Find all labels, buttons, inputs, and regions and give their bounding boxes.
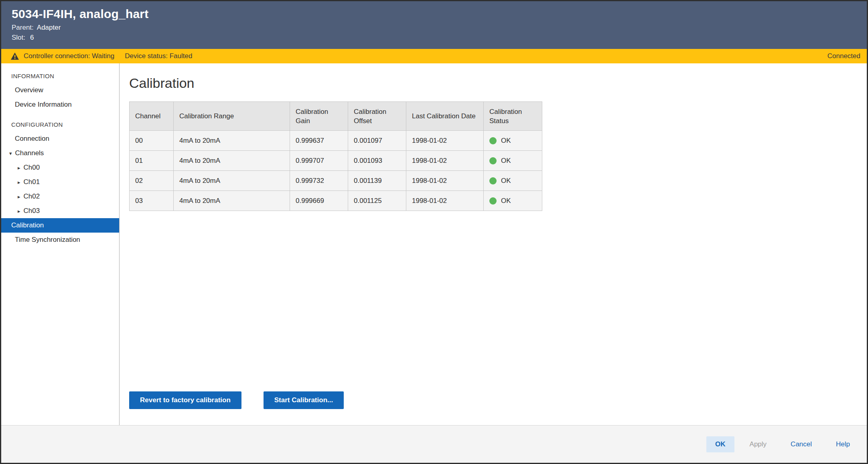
start-calibration-button[interactable]: Start Calibration... bbox=[264, 391, 344, 409]
dialog-footer: OK Apply Cancel Help bbox=[1, 425, 867, 463]
calibration-table: Channel Calibration Range Calibration Ga… bbox=[129, 101, 542, 211]
parent-label: Parent: bbox=[12, 24, 34, 32]
status-ok-icon bbox=[489, 137, 497, 144]
sidebar-item-label: Overview bbox=[15, 86, 43, 94]
cell-date: 1998-01-02 bbox=[406, 171, 484, 191]
table-row: 00 4mA to 20mA 0.999637 0.001097 1998-01… bbox=[130, 131, 542, 151]
column-header-channel: Channel bbox=[130, 102, 174, 131]
controller-connection-status: Controller connection: Waiting bbox=[24, 52, 114, 60]
chevron-right-icon[interactable]: ▸ bbox=[18, 165, 20, 170]
table-header-row: Channel Calibration Range Calibration Ga… bbox=[130, 102, 542, 131]
sidebar-item-label: Ch00 bbox=[24, 164, 40, 172]
sidebar-item-channels[interactable]: ▾ Channels bbox=[1, 146, 119, 160]
parent-line: Parent: Adapter bbox=[12, 24, 867, 32]
chevron-right-icon[interactable]: ▸ bbox=[18, 180, 20, 185]
window-body: INFORMATION Overview Device Information … bbox=[1, 63, 867, 425]
cell-range: 4mA to 20mA bbox=[174, 171, 290, 191]
status-banner: Controller connection: Waiting Device st… bbox=[1, 49, 867, 63]
main-content: Calibration Channel Calibration Range Ca… bbox=[120, 63, 867, 425]
page-title: Calibration bbox=[129, 75, 867, 91]
chevron-down-icon[interactable]: ▾ bbox=[9, 151, 12, 156]
cell-channel: 02 bbox=[130, 171, 174, 191]
cell-status: OK bbox=[484, 131, 542, 151]
module-properties-window: 5034-IF4IH, analog_hart Parent: Adapter … bbox=[0, 0, 868, 464]
sidebar-item-label: Calibration bbox=[11, 221, 44, 229]
cell-date: 1998-01-02 bbox=[406, 191, 484, 211]
cell-offset: 0.001125 bbox=[348, 191, 406, 211]
column-header-offset: Calibration Offset bbox=[348, 102, 406, 131]
connection-state: Connected bbox=[827, 52, 860, 60]
sidebar-item-device-information[interactable]: Device Information bbox=[1, 97, 119, 112]
cell-offset: 0.001097 bbox=[348, 131, 406, 151]
status-ok-icon bbox=[489, 197, 497, 205]
status-label: OK bbox=[501, 157, 511, 165]
apply-button[interactable]: Apply bbox=[741, 436, 776, 452]
status-ok-icon bbox=[489, 157, 497, 164]
cell-range: 4mA to 20mA bbox=[174, 191, 290, 211]
sidebar-section-configuration: CONFIGURATION bbox=[1, 118, 119, 132]
titlebar: 5034-IF4IH, analog_hart Parent: Adapter … bbox=[1, 1, 867, 49]
sidebar-nav: INFORMATION Overview Device Information … bbox=[1, 63, 120, 425]
cell-range: 4mA to 20mA bbox=[174, 151, 290, 171]
cell-date: 1998-01-02 bbox=[406, 151, 484, 171]
sidebar-item-connection[interactable]: Connection bbox=[1, 132, 119, 146]
sidebar-item-ch00[interactable]: ▸ Ch00 bbox=[1, 160, 119, 175]
column-header-gain: Calibration Gain bbox=[290, 102, 348, 131]
cell-gain: 0.999707 bbox=[290, 151, 348, 171]
window-title: 5034-IF4IH, analog_hart bbox=[12, 6, 867, 22]
cancel-button[interactable]: Cancel bbox=[782, 436, 821, 452]
table-row: 01 4mA to 20mA 0.999707 0.001093 1998-01… bbox=[130, 151, 542, 171]
status-label: OK bbox=[501, 137, 511, 145]
sidebar-item-ch02[interactable]: ▸ Ch02 bbox=[1, 189, 119, 204]
parent-value: Adapter bbox=[37, 24, 61, 32]
sidebar-item-time-synchronization[interactable]: Time Synchronization bbox=[1, 233, 119, 247]
table-row: 03 4mA to 20mA 0.999669 0.001125 1998-01… bbox=[130, 191, 542, 211]
cell-channel: 00 bbox=[130, 131, 174, 151]
status-label: OK bbox=[501, 197, 511, 205]
slot-value: 6 bbox=[30, 34, 34, 42]
sidebar-item-ch03[interactable]: ▸ Ch03 bbox=[1, 204, 119, 218]
table-row: 02 4mA to 20mA 0.999732 0.001139 1998-01… bbox=[130, 171, 542, 191]
column-header-range: Calibration Range bbox=[174, 102, 290, 131]
cell-status: OK bbox=[484, 191, 542, 211]
slot-label: Slot: bbox=[12, 34, 25, 42]
sidebar-item-label: Ch01 bbox=[24, 178, 40, 186]
cell-date: 1998-01-02 bbox=[406, 131, 484, 151]
column-header-status: Calibration Status bbox=[484, 102, 542, 131]
cell-offset: 0.001139 bbox=[348, 171, 406, 191]
cell-range: 4mA to 20mA bbox=[174, 131, 290, 151]
cell-gain: 0.999637 bbox=[290, 131, 348, 151]
chevron-right-icon[interactable]: ▸ bbox=[18, 209, 20, 214]
cell-status: OK bbox=[484, 151, 542, 171]
sidebar-item-label: Ch02 bbox=[24, 192, 40, 201]
cell-gain: 0.999732 bbox=[290, 171, 348, 191]
cell-gain: 0.999669 bbox=[290, 191, 348, 211]
sidebar-item-ch01[interactable]: ▸ Ch01 bbox=[1, 175, 119, 189]
device-status: Device status: Faulted bbox=[125, 52, 192, 60]
sidebar-section-information: INFORMATION bbox=[1, 69, 119, 83]
cell-status: OK bbox=[484, 171, 542, 191]
chevron-right-icon[interactable]: ▸ bbox=[18, 194, 20, 199]
status-label: OK bbox=[501, 177, 511, 185]
cell-channel: 01 bbox=[130, 151, 174, 171]
warning-triangle-icon bbox=[11, 53, 19, 60]
sidebar-item-label: Time Synchronization bbox=[15, 236, 80, 244]
status-ok-icon bbox=[489, 177, 497, 184]
cell-channel: 03 bbox=[130, 191, 174, 211]
sidebar-item-overview[interactable]: Overview bbox=[1, 83, 119, 97]
action-buttons: Revert to factory calibration Start Cali… bbox=[129, 391, 344, 409]
sidebar-item-label: Device Information bbox=[15, 101, 72, 109]
cell-offset: 0.001093 bbox=[348, 151, 406, 171]
sidebar-item-label: Connection bbox=[15, 135, 49, 143]
sidebar-item-label: Ch03 bbox=[24, 207, 40, 215]
sidebar-item-label: Channels bbox=[15, 149, 44, 157]
ok-button[interactable]: OK bbox=[706, 436, 734, 452]
column-header-date: Last Calibration Date bbox=[406, 102, 484, 131]
help-button[interactable]: Help bbox=[827, 436, 859, 452]
slot-line: Slot: 6 bbox=[12, 34, 867, 42]
revert-to-factory-calibration-button[interactable]: Revert to factory calibration bbox=[129, 391, 241, 409]
sidebar-item-calibration[interactable]: Calibration bbox=[1, 218, 119, 233]
